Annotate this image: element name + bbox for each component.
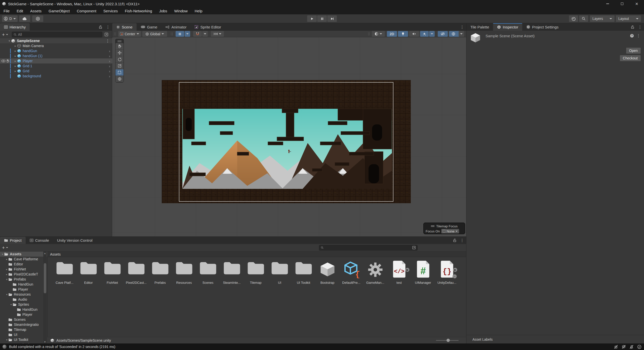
play-button[interactable] (307, 15, 317, 22)
asset-folder[interactable]: Scenes (196, 260, 220, 288)
lock-icon[interactable] (453, 238, 457, 242)
asset-folder[interactable]: Cave Platf... (53, 260, 76, 288)
tab-project[interactable]: Project (0, 237, 26, 244)
asset-folder[interactable]: SteamInte... (220, 260, 244, 288)
tree-row[interactable]: UI (0, 332, 47, 337)
snap-magnet-dropdown[interactable] (202, 31, 208, 37)
picker-icon[interactable] (412, 246, 416, 250)
tree-row[interactable]: Editor (0, 262, 47, 267)
tree-scrollbar[interactable]: ▲ ▼ (43, 252, 47, 344)
foldout-closed-icon[interactable]: ▸ (14, 69, 17, 73)
minimize-button[interactable] (600, 0, 615, 8)
visibility-eye-icon[interactable] (1, 59, 6, 62)
hierarchy-search-input[interactable] (18, 32, 101, 37)
foldout-closed-icon[interactable]: ▸ (14, 44, 17, 48)
help-icon[interactable] (630, 34, 634, 38)
open-prefab-chevron[interactable]: › (109, 59, 110, 63)
tree-row[interactable]: HandGun (0, 307, 47, 312)
asset-file-bootstrap[interactable]: Bootstrap (315, 260, 339, 288)
slider-knob[interactable] (447, 339, 450, 342)
menu-item-services[interactable]: Services (100, 8, 122, 14)
lock-icon[interactable] (631, 25, 634, 29)
tree-row[interactable]: ▾Sprites (0, 302, 47, 307)
snap-increment-dropdown[interactable] (211, 31, 224, 37)
menu-item-jobs[interactable]: Jobs (156, 8, 171, 14)
transform-tool[interactable] (115, 76, 124, 82)
project-search-field[interactable] (319, 245, 418, 251)
draw-mode-dropdown[interactable] (372, 31, 385, 37)
menu-item-window[interactable]: Window (171, 8, 191, 14)
tree-row[interactable]: ▸Pixel2DCastleT (0, 272, 47, 277)
asset-file-gear[interactable]: GameMan... (363, 260, 387, 288)
hierarchy-row-grid[interactable]: ▸ Grid › (0, 68, 112, 74)
scene-viewport[interactable]: Tilemap Focus Focus On None (112, 37, 466, 236)
project-search-input[interactable] (325, 246, 411, 250)
tab-game[interactable]: Game (137, 23, 162, 31)
asset-folder[interactable]: Pixel2DCast... (124, 260, 148, 288)
pickability-hand-icon[interactable] (6, 59, 10, 63)
tab-tile-palette[interactable]: Tile Palette (466, 23, 493, 31)
account-button[interactable]: D (2, 15, 18, 22)
asset-folder[interactable]: FishNet (100, 260, 124, 288)
drag-handle[interactable] (368, 32, 370, 36)
checkout-button[interactable]: Checkout (620, 55, 641, 61)
grid-snapping-dropdown[interactable] (185, 31, 190, 37)
hierarchy-row-player[interactable]: ▸ Player › (0, 58, 112, 63)
pause-button[interactable] (317, 15, 327, 22)
tree-row[interactable]: SteamIntegratio (0, 322, 47, 327)
foldout-closed-icon[interactable]: ▸ (14, 64, 17, 68)
cloud-services-button[interactable] (19, 15, 30, 22)
scene-lighting-toggle[interactable] (398, 31, 408, 37)
tree-row[interactable]: Scenes (0, 317, 47, 322)
breadcrumb-path[interactable]: Assets/Scenes/SampleScene.unity (56, 338, 111, 342)
search-button[interactable] (579, 15, 588, 22)
asset-file-script[interactable]: </> ▶ test (387, 260, 411, 288)
tree-row[interactable]: ▾Prefabs (0, 277, 47, 282)
kebab-menu-icon[interactable]: ⋮ (460, 238, 464, 243)
picker-icon[interactable] (104, 32, 108, 37)
scroll-up-icon[interactable]: ▲ (44, 252, 46, 255)
open-prefab-chevron[interactable]: › (109, 69, 110, 73)
foldout-open-icon[interactable]: ▾ (8, 39, 11, 43)
asset-file-preset[interactable]: DefaultPre... (339, 260, 363, 288)
open-prefab-chevron[interactable]: › (109, 54, 110, 58)
open-button[interactable]: Open (626, 47, 641, 54)
asset-labels-section[interactable]: Asset Labels (466, 335, 644, 343)
menu-item-file[interactable]: File (0, 8, 13, 14)
hierarchy-row-background[interactable]: background › (0, 74, 112, 79)
menu-item-edit[interactable]: Edit (13, 8, 27, 14)
tab-animator[interactable]: Animator (161, 23, 190, 31)
kebab-menu-icon[interactable]: ⋮ (106, 39, 110, 43)
foldout-closed-icon[interactable]: ▸ (14, 59, 17, 63)
menu-item-help[interactable]: Help (191, 8, 206, 14)
asset-folder[interactable]: Editor (76, 260, 100, 288)
step-button[interactable] (327, 15, 337, 22)
rect-tool[interactable] (115, 69, 124, 76)
tree-row[interactable]: ▸Cave Platforme (0, 257, 47, 262)
create-object-button[interactable]: + (2, 32, 8, 37)
asset-file-uimanager[interactable]: # UIManager (411, 260, 435, 288)
move-tool[interactable] (115, 50, 124, 56)
hierarchy-row-handgun[interactable]: ▸ handGun › (0, 48, 112, 53)
layers-disabled-icon[interactable] (622, 345, 626, 349)
snap-magnet-button[interactable] (193, 31, 202, 37)
lock-icon[interactable] (99, 25, 102, 29)
tree-row[interactable]: Player (0, 312, 47, 317)
scene-gizmo-dropdown[interactable] (459, 31, 464, 37)
tab-inspector[interactable]: Inspector (493, 23, 522, 31)
foldout-closed-icon[interactable]: ▸ (14, 54, 17, 58)
menu-item-assets[interactable]: Assets (27, 8, 45, 14)
tool-handle-pivot-dropdown[interactable]: Center (118, 31, 141, 37)
undo-history-button[interactable] (569, 15, 578, 22)
menu-item-component[interactable]: Component (73, 8, 100, 14)
menu-item-gameobject[interactable]: GameObject (45, 8, 73, 14)
kebab-menu-icon[interactable]: ⋮ (106, 25, 110, 29)
debugger-detached-icon[interactable] (614, 345, 618, 349)
grid-snapping-toggle[interactable] (176, 31, 184, 37)
focus-on-dropdown[interactable]: None (441, 229, 459, 233)
drag-handle[interactable] (171, 32, 173, 36)
progress-idle-icon[interactable] (637, 345, 641, 349)
hand-tool[interactable] (115, 43, 124, 50)
layers-dropdown[interactable]: Layers (590, 15, 615, 22)
scene-gizmo-toggle[interactable] (449, 31, 458, 37)
